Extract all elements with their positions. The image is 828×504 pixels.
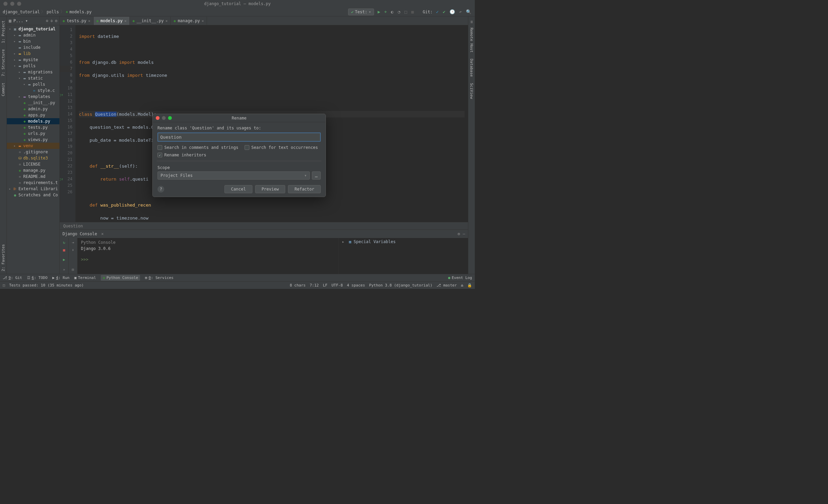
editor-tab[interactable]: ◆__init__.py× [130,17,171,25]
tree-file[interactable]: ◆admin.py [7,106,59,112]
tree-file[interactable]: ▫.gitignore [7,149,59,155]
event-log-tool[interactable]: ●Event Log [448,276,472,280]
remote-host-tool-button[interactable]: Remote Host [469,25,474,55]
help-icon[interactable]: ? [157,186,164,193]
tree-folder[interactable]: ▾▬static [7,75,59,81]
run-icon[interactable]: ▶ [377,9,381,14]
dialog-maximize-icon[interactable] [168,116,172,120]
locate-icon[interactable]: ⊕ [46,18,48,23]
git-rollback-icon[interactable]: ↶ [458,9,463,14]
run-config-selector[interactable]: ✔ Test: ▾ [348,9,374,15]
tree-folder[interactable]: ▬include [7,44,59,51]
git-history-icon[interactable]: 🕒 [449,9,456,14]
status-line-sep[interactable]: LF [323,283,327,288]
git-tool[interactable]: ⎇9: Git [3,276,22,280]
editor-tab-active[interactable]: ◆models.py× [94,17,130,25]
stop-icon[interactable]: ■ [61,247,67,253]
tree-file[interactable]: ◆__init__.py [7,100,59,106]
close-window-icon[interactable] [3,2,8,6]
project-tool-button[interactable]: 1: Project [0,18,6,46]
preview-button[interactable]: Preview [255,185,286,193]
import-icon[interactable]: ⇥ [70,239,76,246]
status-encoding[interactable]: UTF-8 [331,283,343,288]
pause-icon[interactable]: ⏸ [470,20,473,24]
coverage-icon[interactable]: ◐ [390,9,394,14]
chevrons[interactable]: » [61,266,67,272]
status-interpreter[interactable]: Python 3.8 (django_tutorial) [369,283,432,288]
run-icon[interactable]: ▶ [61,257,67,263]
gear-icon[interactable]: ⚙ [458,232,460,236]
tree-scratches[interactable]: ◉Scratches and Co [7,192,59,198]
status-position[interactable]: 7:12 [310,283,319,288]
editor-tab[interactable]: ◆tests.py× [60,17,94,25]
tree-file[interactable]: ◆views.py [7,137,59,143]
checkbox-icon[interactable] [245,145,249,150]
tree-folder-venv[interactable]: ▸▬venv [7,143,59,149]
check-text-occurrences[interactable]: Search for text occurrences [245,145,318,150]
status-git-branch[interactable]: ⎇ master [437,283,457,288]
tree-file[interactable]: ◆tests.py [7,124,59,130]
dialog-minimize-icon[interactable] [162,116,166,120]
debug-icon[interactable]: ⌖ [384,9,387,15]
console-output[interactable]: Python Console Django 3.0.6 >>> [78,238,338,274]
commit-tool-button[interactable]: Commit [0,80,6,99]
gear-icon[interactable]: ⚙ [55,18,57,23]
tree-external-libs[interactable]: ▸⊪External Librari [7,186,59,192]
dialog-close-icon[interactable] [156,116,160,120]
services-tool[interactable]: ⊞0: Services [145,276,173,280]
git-commit-icon[interactable]: ✔ [442,9,446,14]
breadcrumb-folder[interactable]: polls [46,10,59,14]
project-panel-title[interactable]: P... [13,18,23,23]
padlock-icon[interactable]: 🔒 [467,283,472,288]
editor-tab[interactable]: ◆manage.py× [171,17,207,25]
checkbox-icon[interactable] [157,145,162,150]
tree-file[interactable]: ▫README.md [7,173,59,180]
run-tool[interactable]: ▶4: Run [52,276,69,280]
todo-tool[interactable]: ☲6: TODO [27,276,47,280]
window-controls[interactable] [0,2,21,6]
breadcrumb-project[interactable]: django_tutorial [3,10,40,14]
concurrency-icon[interactable]: ⬚ [404,9,408,14]
close-icon[interactable]: × [88,19,91,23]
close-icon[interactable]: × [124,19,127,23]
tree-file-selected[interactable]: ◆models.py [7,118,59,124]
structure-tool-button[interactable]: 7: Structure [0,46,6,79]
lock-icon[interactable]: ⏏ [461,283,463,288]
tree-file[interactable]: ◆apps.py [7,112,59,118]
export-icon[interactable]: ⬇ [70,247,76,253]
checkbox-checked-icon[interactable]: ✓ [157,153,162,157]
tree-file[interactable]: ◆manage.py [7,167,59,173]
check-rename-inheritors[interactable]: ✓Rename inheritors [157,153,206,157]
expand-icon[interactable]: ≑ [51,18,53,23]
project-tree[interactable]: ▾▣django_tutorial ▸▬admin ▸▬bin ▬include… [7,25,59,199]
close-icon[interactable]: × [101,232,104,236]
search-icon[interactable]: 🔍 [465,9,472,14]
tree-folder[interactable]: ▸▬admin [7,32,59,38]
database-tool-button[interactable]: Database [469,56,474,80]
breadcrumb-file[interactable]: models.py [69,10,92,14]
window-icon[interactable]: ◫ [3,283,5,288]
hide-icon[interactable]: — [463,232,465,236]
close-icon[interactable]: × [202,19,204,23]
minimize-window-icon[interactable] [10,2,14,6]
tree-root[interactable]: ▾▣django_tutorial [7,26,59,32]
tree-folder[interactable]: ▾▬polls [7,63,59,69]
editor-gutter[interactable]: 1 2 3 4 5 6 7 8 9 10 ○↑11 12 13 14 15 16… [60,25,75,222]
tree-file[interactable]: ▫style.c [7,87,59,94]
tree-folder[interactable]: ▸▬mysite [7,57,59,63]
tree-folder[interactable]: ▸▬lib [7,51,59,57]
git-update-icon[interactable]: ✓ [436,9,440,14]
dialog-titlebar[interactable]: Rename [153,114,326,122]
cancel-button[interactable]: Cancel [224,185,252,193]
terminal-tool[interactable]: ▣Terminal [74,276,96,280]
settings-icon[interactable]: ⊟ [70,266,76,272]
profile-icon[interactable]: ◔ [397,9,401,14]
tree-folder[interactable]: ▸▬migrations [7,69,59,75]
refactor-button[interactable]: Refactor [288,185,321,193]
breadcrumb[interactable]: django_tutorial 〉 polls 〉 ◆ models.py [3,9,92,15]
chevron-right-icon[interactable]: ▸ [342,239,344,244]
favorites-tool-button[interactable]: 2: Favorites [0,241,6,274]
tree-file[interactable]: ⛁db.sqlite3 [7,155,59,161]
chevron-down-icon[interactable]: ▾ [25,18,28,23]
tree-folder[interactable]: ▾▬polls [7,81,59,87]
